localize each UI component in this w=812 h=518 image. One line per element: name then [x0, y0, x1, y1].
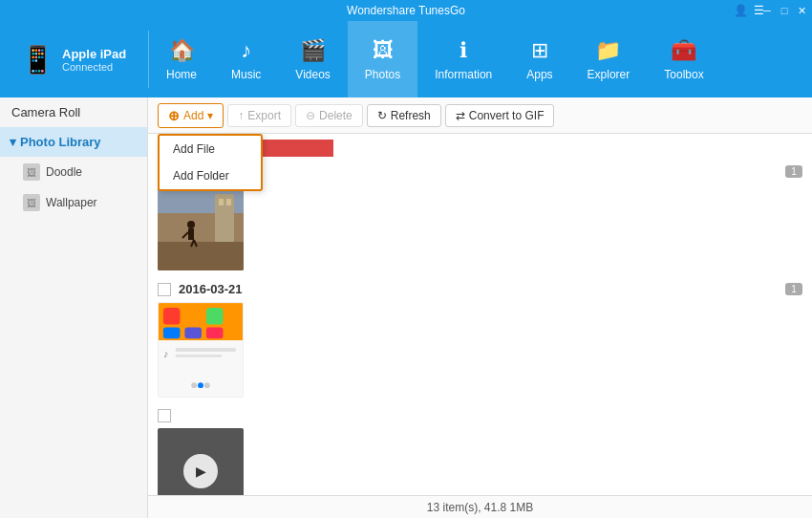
sidebar-item-camera-roll[interactable]: Camera Roll	[0, 97, 147, 127]
convert-icon: ⇄	[456, 109, 465, 122]
refresh-label: Refresh	[391, 109, 431, 122]
svg-rect-16	[184, 328, 202, 339]
svg-point-6	[187, 221, 195, 228]
photo-strip-1	[158, 184, 802, 270]
svg-rect-1	[158, 242, 244, 270]
add-dropdown: Add File Add Folder	[158, 134, 263, 191]
refresh-button[interactable]: ↻ Refresh	[367, 104, 441, 127]
close-button[interactable]: ✕	[795, 4, 808, 17]
add-button-label: Add	[183, 109, 203, 122]
add-file-item[interactable]: Add File	[160, 136, 261, 162]
nav-label-toolbox: Toolbox	[664, 68, 703, 81]
svg-rect-17	[206, 328, 224, 339]
photo-thumb-street[interactable]	[158, 184, 244, 270]
refresh-icon: ↻	[377, 109, 387, 122]
nav-label-music: Music	[231, 68, 261, 81]
group-count-2: 1	[785, 283, 802, 295]
home-icon: 🏠	[169, 38, 195, 63]
svg-point-22	[191, 382, 197, 388]
nav-item-music[interactable]: ♪ Music	[214, 21, 278, 97]
export-icon: ↑	[238, 109, 244, 122]
group-checkbox-2[interactable]	[158, 283, 171, 296]
status-text: 13 item(s), 41.8 1MB	[427, 501, 533, 514]
chevron-down-icon: ▾	[10, 135, 16, 149]
svg-rect-4	[219, 199, 224, 205]
photo-strip-2: ♪	[158, 302, 802, 398]
photo-thumb-video[interactable]: ▶	[158, 428, 244, 495]
title-bar: Wondershare TunesGo 👤 ☰ ─ □ ✕	[0, 0, 812, 21]
title-bar-text: Wondershare TunesGo	[347, 4, 465, 17]
user-icon[interactable]: 👤	[734, 4, 748, 17]
svg-rect-21	[176, 355, 223, 357]
nav-item-explorer[interactable]: 📁 Explorer	[570, 21, 648, 97]
toolbar: ⊕ Add ▾ ↑ Export ⊖ Delete ↻ Refresh ⇄ Co…	[148, 97, 812, 134]
device-name: Apple iPad	[62, 47, 126, 61]
svg-rect-15	[163, 328, 181, 339]
nav-label-videos: Videos	[295, 68, 330, 81]
add-folder-item[interactable]: Add Folder	[160, 162, 261, 189]
svg-rect-20	[176, 348, 237, 352]
main-container: Camera Roll ▾ Photo Library 🖼 Doodle 🖼 W…	[0, 97, 812, 518]
svg-rect-7	[188, 228, 194, 240]
nav-items: 🏠 Home ♪ Music 🎬 Videos 🖼 Photos ℹ Infor…	[149, 21, 721, 97]
information-icon: ℹ	[459, 38, 467, 63]
nav-label-home: Home	[166, 68, 197, 81]
add-dropdown-arrow: ▾	[207, 109, 213, 122]
status-bar: 13 item(s), 41.8 1MB	[148, 495, 812, 518]
sidebar-item-doodle[interactable]: 🖼 Doodle	[0, 157, 147, 187]
maximize-button[interactable]: □	[778, 4, 791, 17]
nav-item-home[interactable]: 🏠 Home	[149, 21, 214, 97]
nav-label-explorer: Explorer	[588, 68, 630, 81]
nav-item-information[interactable]: ℹ Information	[417, 21, 509, 97]
wallpaper-label: Wallpaper	[46, 196, 97, 209]
sidebar: Camera Roll ▾ Photo Library 🖼 Doodle 🖼 W…	[0, 97, 148, 518]
nav-item-toolbox[interactable]: 🧰 Toolbox	[647, 21, 720, 97]
photo-strip-3: ▶	[158, 428, 802, 495]
delete-label: Delete	[319, 109, 353, 122]
minimize-button[interactable]: ─	[760, 4, 774, 17]
add-button[interactable]: ⊕ Add ▾	[158, 103, 224, 128]
device-info: 📱 Apple iPad Connected	[10, 21, 148, 97]
photo-library-label: Photo Library	[20, 135, 101, 149]
videos-icon: 🎬	[300, 38, 326, 63]
export-button: ↑ Export	[227, 104, 291, 127]
svg-point-24	[204, 382, 210, 388]
nav-item-videos[interactable]: 🎬 Videos	[278, 21, 347, 97]
apps-icon: ⊞	[531, 38, 548, 63]
doodle-label: Doodle	[46, 165, 82, 179]
toolbox-icon: 🧰	[671, 38, 696, 63]
group-checkbox-3[interactable]	[158, 409, 171, 422]
add-folder-label: Add Folder	[173, 169, 229, 183]
music-icon: ♪	[241, 38, 251, 63]
svg-text:♪: ♪	[163, 348, 168, 359]
nav-label-photos: Photos	[365, 68, 400, 81]
nav-item-photos[interactable]: 🖼 Photos	[348, 21, 417, 97]
nav-bar: 📱 Apple iPad Connected 🏠 Home ♪ Music 🎬 …	[0, 21, 812, 97]
convert-gif-button[interactable]: ⇄ Convert to GIF	[445, 104, 555, 127]
group-count-1: 1	[785, 165, 802, 178]
device-icon: 📱	[21, 44, 54, 76]
plus-icon: ⊕	[168, 108, 180, 123]
delete-button: ⊖ Delete	[295, 104, 363, 127]
camera-roll-label: Camera Roll	[11, 105, 80, 119]
sidebar-item-wallpaper[interactable]: 🖼 Wallpaper	[0, 187, 147, 218]
photo-group-header-2: 2016-03-21 1	[158, 276, 802, 302]
export-label: Export	[247, 109, 281, 122]
nav-item-apps[interactable]: ⊞ Apps	[509, 21, 569, 97]
photo-group-header-3	[158, 403, 802, 428]
svg-rect-12	[163, 308, 181, 325]
photo-thumb-apps[interactable]: ♪	[158, 302, 244, 398]
explorer-icon: 📁	[595, 38, 621, 63]
svg-rect-5	[226, 199, 231, 205]
add-file-label: Add File	[173, 142, 215, 156]
content-area: ⊕ Add ▾ ↑ Export ⊖ Delete ↻ Refresh ⇄ Co…	[148, 97, 812, 518]
wallpaper-thumb-icon: 🖼	[23, 194, 40, 211]
play-button[interactable]: ▶	[183, 454, 218, 488]
nav-label-apps: Apps	[526, 68, 552, 81]
svg-point-23	[198, 382, 203, 388]
svg-rect-14	[206, 308, 224, 325]
nav-label-information: Information	[435, 68, 492, 81]
photos-icon: 🖼	[373, 38, 394, 63]
delete-icon: ⊖	[306, 109, 315, 122]
sidebar-item-photo-library[interactable]: ▾ Photo Library	[0, 127, 147, 157]
